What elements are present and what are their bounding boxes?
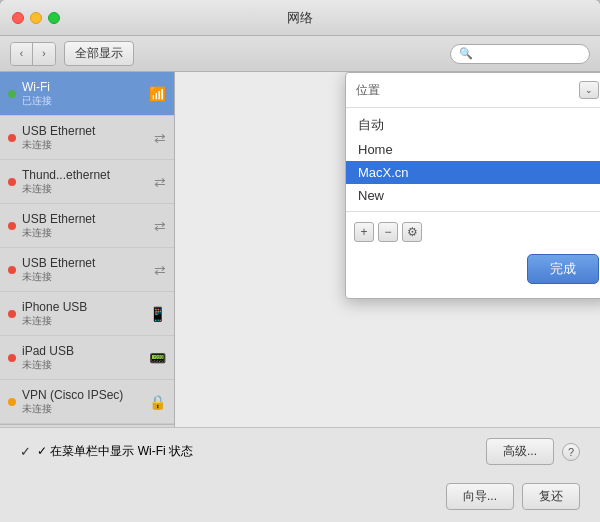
settings-location-button[interactable]: ⚙ (402, 222, 422, 242)
status-dot-usb-eth-2 (8, 222, 16, 230)
sidebar-item-usb-eth-1[interactable]: USB Ethernet 未连接 ⇄ (0, 116, 174, 160)
ipad-icon: 📟 (149, 350, 166, 366)
bottom-bar: ✓ ✓ 在菜单栏中显示 Wi-Fi 状态 高级... ? (0, 427, 600, 475)
network-status-iphone-usb: 未连接 (22, 314, 145, 328)
network-info-iphone-usb: iPhone USB 未连接 (22, 300, 145, 328)
checkbox-label[interactable]: ✓ 在菜单栏中显示 Wi-Fi 状态 (37, 443, 193, 460)
status-dot-vpn (8, 398, 16, 406)
bottom-buttons: 高级... ? (486, 438, 580, 465)
network-info-thunderbolt: Thund...ethernet 未连接 (22, 168, 150, 196)
add-location-button[interactable]: + (354, 222, 374, 242)
status-dot-thunderbolt (8, 178, 16, 186)
footer-buttons: 向导... 复还 (0, 475, 600, 522)
network-info-usb-eth-1: USB Ethernet 未连接 (22, 124, 150, 152)
location-dropdown-panel: 位置 ⌄ 自动 Home MacX.cn New + − ⚙ 完成 (345, 72, 600, 299)
window-title: 网络 (287, 9, 313, 27)
dropdown-item-auto[interactable]: 自动 (346, 112, 600, 138)
network-info-usb-eth-2: USB Ethernet 未连接 (22, 212, 150, 240)
apply-button[interactable]: 复还 (522, 483, 580, 510)
checkbox-area: ✓ ✓ 在菜单栏中显示 Wi-Fi 状态 (20, 443, 193, 460)
sidebar-item-ipad-usb[interactable]: iPad USB 未连接 📟 (0, 336, 174, 380)
network-name-thunderbolt: Thund...ethernet (22, 168, 150, 182)
dropdown-item-new[interactable]: New (346, 184, 600, 207)
status-dot-iphone-usb (8, 310, 16, 318)
status-dot-wifi (8, 90, 16, 98)
wifi-icon: 📶 (149, 86, 166, 102)
maximize-button[interactable] (48, 12, 60, 24)
network-preferences-window: 网络 ‹ › 全部显示 🔍 Wi-Fi 已连接 📶 (0, 0, 600, 522)
dropdown-arrow-button[interactable]: ⌄ (579, 81, 599, 99)
network-status-usb-eth-1: 未连接 (22, 138, 150, 152)
search-input[interactable] (477, 47, 581, 61)
main-area: 关闭 Wi-Fi 位置 ⌄ 自动 Home MacX.cn New + (175, 72, 600, 427)
network-status-thunderbolt: 未连接 (22, 182, 150, 196)
network-name-usb-eth-1: USB Ethernet (22, 124, 150, 138)
status-dot-usb-eth-1 (8, 134, 16, 142)
search-icon: 🔍 (459, 47, 473, 60)
dropdown-header: 位置 ⌄ (346, 73, 600, 103)
sidebar-item-wifi[interactable]: Wi-Fi 已连接 📶 (0, 72, 174, 116)
network-info-usb-eth-3: USB Ethernet 未连接 (22, 256, 150, 284)
location-label: 位置 (356, 82, 380, 99)
sidebar-item-iphone-usb[interactable]: iPhone USB 未连接 📱 (0, 292, 174, 336)
network-status-ipad-usb: 未连接 (22, 358, 145, 372)
status-dot-ipad-usb (8, 354, 16, 362)
iphone-icon: 📱 (149, 306, 166, 322)
show-all-button[interactable]: 全部显示 (64, 41, 134, 66)
sidebar-item-usb-eth-2[interactable]: USB Ethernet 未连接 ⇄ (0, 204, 174, 248)
toolbar: ‹ › 全部显示 🔍 (0, 36, 600, 72)
ethernet-icon-2: ⇄ (154, 218, 166, 234)
advanced-button[interactable]: 高级... (486, 438, 554, 465)
network-info-wifi: Wi-Fi 已连接 (22, 80, 145, 108)
dropdown-bottom-divider (346, 211, 600, 212)
network-name-vpn: VPN (Cisco IPSec) (22, 388, 145, 402)
dropdown-divider (346, 107, 600, 108)
dropdown-bottom-controls: + − ⚙ (346, 216, 600, 248)
dropdown-item-home[interactable]: Home (346, 138, 600, 161)
vpn-icon: 🔒 (149, 394, 166, 410)
nav-buttons: ‹ › (10, 42, 56, 66)
status-dot-usb-eth-3 (8, 266, 16, 274)
content-area: Wi-Fi 已连接 📶 USB Ethernet 未连接 ⇄ Thund...e… (0, 72, 600, 427)
help-button[interactable]: ? (562, 443, 580, 461)
search-box: 🔍 (450, 44, 590, 64)
network-status-usb-eth-3: 未连接 (22, 270, 150, 284)
minimize-button[interactable] (30, 12, 42, 24)
network-name-iphone-usb: iPhone USB (22, 300, 145, 314)
network-status-usb-eth-2: 未连接 (22, 226, 150, 240)
ethernet-icon-3: ⇄ (154, 262, 166, 278)
traffic-lights (12, 12, 60, 24)
title-bar: 网络 (0, 0, 600, 36)
network-info-vpn: VPN (Cisco IPSec) 未连接 (22, 388, 145, 416)
remove-location-button[interactable]: − (378, 222, 398, 242)
network-name-wifi: Wi-Fi (22, 80, 145, 94)
done-btn-area: 完成 (346, 248, 600, 290)
network-name-usb-eth-3: USB Ethernet (22, 256, 150, 270)
network-name-usb-eth-2: USB Ethernet (22, 212, 150, 226)
ethernet-icon-1: ⇄ (154, 130, 166, 146)
network-status-vpn: 未连接 (22, 402, 145, 416)
network-info-ipad-usb: iPad USB 未连接 (22, 344, 145, 372)
dropdown-list: 自动 Home MacX.cn New (346, 112, 600, 207)
network-status-wifi: 已连接 (22, 94, 145, 108)
sidebar-item-usb-eth-3[interactable]: USB Ethernet 未连接 ⇄ (0, 248, 174, 292)
back-button[interactable]: ‹ (11, 43, 33, 65)
guide-button[interactable]: 向导... (446, 483, 514, 510)
dropdown-item-macxcn[interactable]: MacX.cn (346, 161, 600, 184)
close-button[interactable] (12, 12, 24, 24)
forward-button[interactable]: › (33, 43, 55, 65)
sidebar-item-vpn[interactable]: VPN (Cisco IPSec) 未连接 🔒 (0, 380, 174, 424)
done-button[interactable]: 完成 (527, 254, 599, 284)
thunderbolt-icon: ⇄ (154, 174, 166, 190)
sidebar: Wi-Fi 已连接 📶 USB Ethernet 未连接 ⇄ Thund...e… (0, 72, 175, 427)
network-name-ipad-usb: iPad USB (22, 344, 145, 358)
sidebar-item-thunderbolt[interactable]: Thund...ethernet 未连接 ⇄ (0, 160, 174, 204)
checkbox-checkmark: ✓ (20, 444, 31, 459)
